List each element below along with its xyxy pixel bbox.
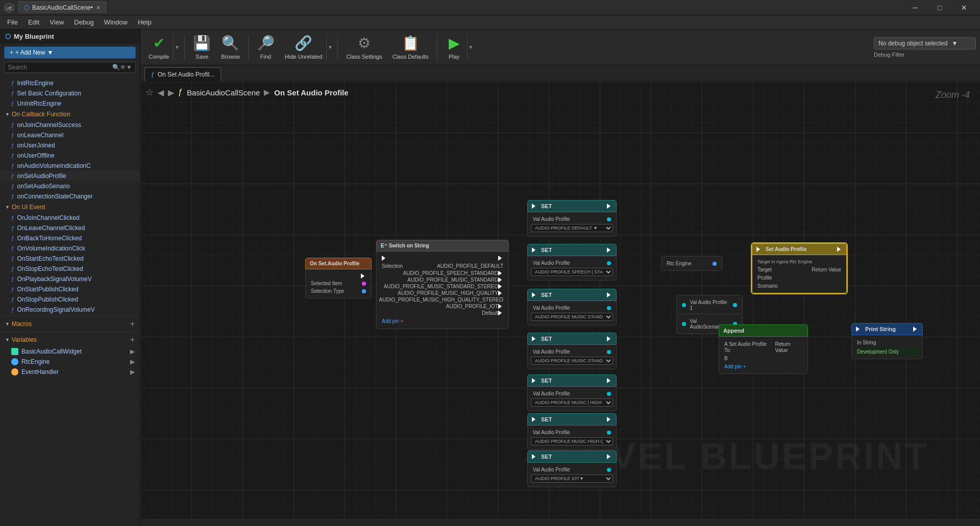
variables-section-label[interactable]: Variables — [5, 336, 37, 343]
profile-dropdown-5[interactable]: AUDIO PROFILE MUSIC | HIGH QUALITY▼ — [531, 398, 613, 407]
menu-window[interactable]: Window — [99, 16, 133, 28]
search-dropdown-icon[interactable]: ▼ — [126, 64, 132, 71]
profile-dropdown-1[interactable]: AUDIO PROFILE DEFAULT ▼ — [531, 224, 613, 232]
section-callback-label: On Callback Function — [12, 111, 70, 118]
breadcrumb-back-icon[interactable]: ◀ — [158, 88, 164, 97]
breadcrumb-forward-icon[interactable]: ▶ — [168, 88, 174, 97]
maximize-button[interactable]: □ — [928, 1, 951, 15]
node-set-7[interactable]: SET Val Audio Profile AUDIO PROFILE IOT▼ — [527, 450, 617, 487]
hide-arrow[interactable]: ▼ — [326, 35, 333, 60]
pin-label: Selected Item — [311, 281, 342, 286]
node-rtc-engine[interactable]: Rtc Engine — [661, 256, 722, 271]
tree-item-stopecho[interactable]: ƒ OnStopEchoTestClicked — [0, 264, 140, 274]
node-print-string[interactable]: Print String In String Development Only — [851, 323, 923, 359]
macros-section-label[interactable]: Macros — [5, 320, 32, 328]
class-settings-button[interactable]: ⚙ Class Settings — [342, 33, 386, 62]
section-callback[interactable]: On Callback Function — [0, 109, 140, 120]
node-set-2[interactable]: SET Val Audio Profile AUDIO PROFILE SPEE… — [527, 244, 617, 281]
window-tab-close[interactable]: ✕ — [96, 5, 101, 11]
tree-item-init[interactable]: ƒ InitRtcEngine — [0, 78, 140, 88]
tree-item-userjoin[interactable]: ƒ onUserJoined — [0, 140, 140, 151]
profile-dropdown-3[interactable]: AUDIO PROFILE MUSIC STANDARD▼ — [531, 313, 613, 321]
profile-dropdown-6[interactable]: AUDIO PROFILE MUSIC HIGH QUALITY STEREO▼ — [531, 437, 613, 445]
debug-dropdown[interactable]: No debug object selected ▼ — [874, 37, 976, 49]
menu-help[interactable]: Help — [133, 16, 157, 28]
func-icon: ƒ — [11, 277, 14, 282]
tree-item-connection[interactable]: ƒ onConnectionStateChanger — [0, 191, 140, 202]
tree-item-leave[interactable]: ƒ onLeaveChannel — [0, 130, 140, 140]
breadcrumb-star-icon[interactable]: ☆ — [145, 87, 154, 98]
tree-item-backhome[interactable]: ƒ OnBackToHomeClicked — [0, 233, 140, 243]
tree-item-label: OnStartPublishClicked — [17, 286, 79, 293]
tree-item-widget[interactable]: BasicAudioCallWidget ▶ — [0, 346, 140, 357]
find-icon: 🔎 — [257, 35, 275, 52]
tree-item-startpublish[interactable]: ƒ OnStartPublishClicked — [0, 284, 140, 294]
menu-edit[interactable]: Edit — [23, 16, 44, 28]
pin-val-row: Val Audio Profile — [531, 259, 613, 267]
play-arrow[interactable]: ▼ — [467, 35, 474, 60]
add-new-button[interactable]: + + Add New ▼ — [4, 46, 136, 59]
node-set-6[interactable]: SET Val Audio Profile AUDIO PROFILE MUSI… — [527, 413, 617, 450]
menu-debug[interactable]: Debug — [69, 16, 99, 28]
exec-in — [532, 204, 537, 209]
node-on-set-audio-profile[interactable]: On Set.Audio Profile Selected Item S — [305, 258, 372, 298]
pin-label: Val Audio Profile — [533, 430, 570, 435]
add-new-dropdown-icon: ▼ — [47, 49, 53, 56]
node-set-3[interactable]: SET Val Audio Profile AUDIO PROFILE MUSI… — [527, 289, 617, 325]
minimize-button[interactable]: ─ — [903, 1, 927, 15]
tree-item-startecho[interactable]: ƒ OnStartEchoTestClicked — [0, 254, 140, 264]
play-button[interactable]: ▶ Play — [442, 33, 467, 62]
menu-view[interactable]: View — [44, 16, 69, 28]
tree-item-playback[interactable]: ƒ OnPlaybackSignalVolumeV — [0, 274, 140, 284]
exec-out — [607, 292, 612, 297]
tree-item-rtcengine[interactable]: RtcEngine ▶ — [0, 357, 140, 367]
add-pin-label[interactable]: Add pin + — [382, 318, 404, 324]
canvas-area[interactable]: ☆ ◀ ▶ ƒ BasicAudioCallScene ▶ On Set Aud… — [140, 82, 980, 518]
variables-add-button[interactable]: + — [130, 335, 135, 344]
browse-button[interactable]: 🔍 Browse — [217, 33, 244, 62]
search-bar[interactable]: 🔍 👁 ▼ — [4, 62, 136, 73]
profile-dropdown-2[interactable]: AUDIO PROFILE SPEECH | STANDARD▼ — [531, 268, 613, 276]
tree-item-recording[interactable]: ƒ OnRecordingSignalVolumeV — [0, 305, 140, 315]
compile-arrow[interactable]: ▼ — [173, 35, 180, 60]
tree-item-leaveclick[interactable]: ƒ OnLeaveChannelClicked — [0, 223, 140, 233]
close-button[interactable]: ✕ — [952, 1, 976, 15]
tab-set-audio-profil[interactable]: ƒ On Set Audio Profil... — [144, 67, 221, 81]
search-options-icon[interactable]: 👁 — [120, 64, 126, 71]
tree-item-setaudioprofile[interactable]: ƒ onSetAudioProfile — [0, 171, 140, 181]
search-input[interactable] — [8, 64, 112, 71]
tree-item-volclick[interactable]: ƒ OnVolumeIndicationClick — [0, 243, 140, 254]
tree-item-setbasic[interactable]: ƒ Set Basic Configuration — [0, 88, 140, 98]
menu-file[interactable]: File — [2, 16, 23, 28]
node-set-audio-profile[interactable]: Set Audio Profile Target in Agora Rtc En… — [751, 242, 848, 294]
exec-in — [532, 378, 537, 383]
window-tab-label: BasicAudioCallScene• — [32, 4, 93, 11]
window-tab[interactable]: ⬡ BasicAudioCallScene• ✕ — [18, 2, 106, 13]
add-pin-label[interactable]: Add pin + — [724, 364, 746, 369]
section-uievent[interactable]: On UI Event — [0, 202, 140, 213]
profile-dropdown-7[interactable]: AUDIO PROFILE IOT▼ — [531, 474, 613, 483]
tree-item-eventhandler[interactable]: EventHandler ▶ — [0, 367, 140, 377]
node-switch-on-string[interactable]: E⁺ Switch on String Selection — [376, 240, 509, 329]
tree-item-useroffline[interactable]: ƒ onUserOffline — [0, 151, 140, 161]
tree-item-joinclick[interactable]: ƒ OnJoinChannelClicked — [0, 213, 140, 223]
find-button[interactable]: 🔎 Find — [253, 33, 279, 62]
node-body: Rtc Engine — [661, 256, 722, 271]
compile-button[interactable]: ✔ Compile — [144, 33, 173, 62]
node-append[interactable]: Append A Set Audio Profile To: Return Va… — [719, 324, 808, 374]
macros-add-button[interactable]: + — [130, 319, 135, 329]
tree-item-join[interactable]: ƒ onJoinChannelSuccess — [0, 120, 140, 130]
node-set-1[interactable]: SET Val Audio Profile AUDIO PROFILE DEFA… — [527, 200, 617, 237]
profile-dropdown-4[interactable]: AUDIO PROFILE MUSIC STANDARD STEREO▼ — [531, 357, 613, 365]
node-set-5[interactable]: SET Val Audio Profile AUDIO PROFILE MUSI… — [527, 374, 617, 411]
tree-item-uninit[interactable]: ƒ UnInitRtcEngine — [0, 98, 140, 109]
class-defaults-button[interactable]: 📋 Class Defaults — [388, 33, 433, 62]
tree-item-stoppublish[interactable]: ƒ OnStopPublishClicked — [0, 294, 140, 305]
node-set-4[interactable]: SET Val Audio Profile AUDIO PROFILE MUSI… — [527, 333, 617, 369]
node-val-audio-profile-1[interactable]: Val Audio Profile 1 — [676, 295, 743, 315]
hide-unrelated-button[interactable]: 🔗 Hide Unrelated — [281, 33, 326, 62]
save-button[interactable]: 💾 Save — [189, 33, 215, 62]
val-pin — [607, 261, 611, 265]
tree-item-audiovolume[interactable]: ƒ onAudioVolumeIndicationC — [0, 161, 140, 171]
tree-item-setaudiosenario[interactable]: ƒ onSetAudioSenario — [0, 181, 140, 191]
